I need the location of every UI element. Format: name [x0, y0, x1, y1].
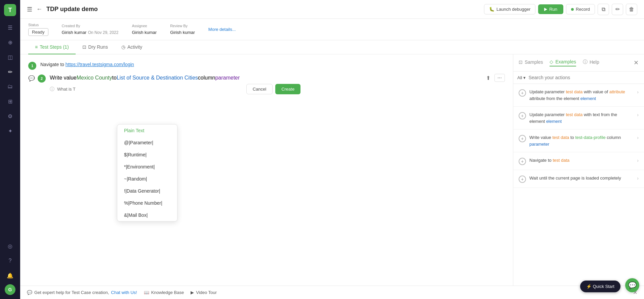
step2-highlight3: parameter — [215, 75, 240, 81]
dropdown-item-runtime[interactable]: $|Runtime| — [117, 149, 177, 161]
search-area: All ▾ — [513, 71, 644, 84]
step-row-1: 1 Navigate to https://travel.testsigma.c… — [28, 61, 505, 70]
step-content-1: Navigate to https://travel.testsigma.com… — [40, 61, 505, 68]
chat-bubble-icon: 💬 — [628, 281, 637, 289]
add-action-5-button[interactable]: + — [519, 176, 526, 183]
created-by-item: Created By Girish kumar On Nov 29, 2022 — [62, 24, 119, 35]
app-logo[interactable]: T — [4, 4, 16, 16]
delete-button[interactable]: 🗑 — [626, 4, 637, 15]
action-item-1[interactable]: + Update parameter test data with value … — [513, 84, 644, 107]
add-action-1-button[interactable]: + — [519, 89, 526, 97]
record-button[interactable]: Record — [566, 4, 595, 14]
comment-icon-wrapper: 💬 — [28, 75, 35, 82]
step1-link[interactable]: https://travel.testsigma.com/login — [66, 62, 134, 67]
dropdown-item-environment[interactable]: *|Environment| — [117, 161, 177, 173]
sidebar-star-icon[interactable]: ✦ — [4, 125, 16, 137]
status-item: Status Ready — [28, 23, 48, 36]
step2-highlight1: Mexico County — [77, 75, 112, 81]
add-action-3-button[interactable]: + — [519, 135, 526, 142]
right-panel: ⊡ Samples ◇ Examples ⓘ Help ✕ All ▾ — [513, 54, 644, 286]
run-button[interactable]: Run — [538, 4, 563, 14]
step1-prefix: Navigate to — [40, 62, 64, 67]
header-actions: 🐛 Launch debugger Run Record ⧉ ✏ 🗑 — [484, 4, 637, 15]
sidebar-menu-icon[interactable]: ☰ — [4, 21, 16, 34]
record-dot-icon — [571, 8, 574, 11]
sidebar-grid-icon[interactable]: ⊞ — [4, 95, 16, 107]
right-panel-tab-samples[interactable]: ⊡ Samples — [519, 59, 543, 66]
tab-bar: ≡ Test Steps (1) ⊡ Dry Runs ◷ Activity — [20, 40, 644, 54]
chat-link[interactable]: Chat with Us! — [111, 290, 137, 295]
action-chevron-2: › — [637, 112, 639, 117]
add-action-2-button[interactable]: + — [519, 112, 526, 119]
tab-dry-runs[interactable]: ⊡ Dry Runs — [76, 40, 115, 54]
sidebar-cases-icon[interactable]: 🗂 — [4, 81, 16, 93]
sidebar-test-icon[interactable]: ✏ — [4, 66, 16, 78]
live-chat-button[interactable]: 💬 — [625, 278, 639, 292]
dropdown-item-data-generator[interactable]: !|Data Generator| — [117, 185, 177, 197]
help-icon: ⓘ — [50, 86, 54, 92]
dropdown-item-phone-number[interactable]: %|Phone Number| — [117, 197, 177, 209]
status-badge: Ready — [28, 28, 48, 36]
hamburger-button[interactable]: ☰ — [27, 6, 32, 13]
assignee-label: Assignee — [132, 24, 157, 28]
launch-debugger-button[interactable]: 🐛 Launch debugger — [484, 4, 535, 14]
step2-header: Write value Mexico County to List of Sou… — [50, 74, 505, 82]
assignee-item: Assignee Girish kumar — [132, 24, 157, 35]
tab-activity[interactable]: ◷ Activity — [115, 40, 149, 54]
upload-button[interactable]: ⬆ — [485, 74, 492, 82]
what-type-row: ⓘ What is T Plain Text @|Parameter| $|Ru… — [50, 84, 505, 94]
more-options-button[interactable]: ··· — [494, 74, 505, 82]
status-label: Status — [28, 23, 48, 27]
samples-icon: ⊡ — [519, 59, 523, 65]
tab-test-steps[interactable]: ≡ Test Steps (1) — [28, 40, 76, 54]
right-panel-header: ⊡ Samples ◇ Examples ⓘ Help ✕ — [513, 54, 644, 71]
action-chevron-4: › — [637, 158, 639, 163]
video-icon: ▶ — [191, 290, 194, 295]
examples-icon: ◇ — [550, 59, 553, 64]
bottom-help-item: 💬 Get expert help for Test Case creation… — [27, 290, 137, 295]
sidebar-circle-icon[interactable]: ◎ — [4, 240, 16, 252]
edit-button[interactable]: ✏ — [612, 4, 623, 15]
sidebar-help-icon[interactable]: ? — [4, 255, 16, 267]
created-by-name: Girish kumar — [62, 30, 87, 35]
right-panel-tab-examples[interactable]: ◇ Examples — [550, 59, 576, 66]
right-panel-close-button[interactable]: ✕ — [634, 59, 639, 66]
filter-select[interactable]: All ▾ — [517, 75, 526, 80]
action-list: + Update parameter test data with value … — [513, 84, 644, 286]
action-item-4[interactable]: + Navigate to test data › — [513, 152, 644, 170]
bug-icon: 🐛 — [489, 7, 494, 12]
bottom-bar: 💬 Get expert help for Test Case creation… — [20, 286, 644, 299]
sidebar-settings-icon[interactable]: ⚙ — [4, 110, 16, 122]
dropdown-item-plain-text[interactable]: Plain Text — [117, 124, 177, 137]
action-item-3[interactable]: + Write value test data to test-data-pro… — [513, 130, 644, 152]
more-details-link[interactable]: More details... — [208, 27, 236, 32]
back-button[interactable]: ← — [36, 6, 42, 13]
what-type-label: What is T — [57, 87, 76, 92]
sidebar-home-icon[interactable]: ⊕ — [4, 36, 16, 48]
created-by-date: On Nov 29, 2022 — [88, 30, 119, 35]
chat-icon: 💬 — [27, 290, 32, 295]
step2-highlight2: List of Source & Destination Cities — [117, 75, 198, 81]
search-input[interactable] — [528, 75, 640, 80]
user-avatar[interactable]: G — [5, 284, 15, 295]
action-item-5[interactable]: + Wait until the current page is loaded … — [513, 170, 644, 188]
dry-runs-icon: ⊡ — [82, 44, 86, 50]
add-action-4-button[interactable]: + — [519, 158, 526, 165]
created-by-label: Created By — [62, 24, 119, 28]
create-button[interactable]: Create — [275, 84, 300, 94]
sidebar-dashboard-icon[interactable]: ◫ — [4, 51, 16, 63]
review-by-name: Girish kumar — [170, 30, 195, 35]
cancel-button[interactable]: Cancel — [246, 84, 273, 94]
sidebar-notification-icon[interactable]: 🔔 — [4, 269, 16, 282]
copy-button[interactable]: ⧉ — [598, 4, 609, 15]
quick-start-button[interactable]: ⚡ Quick Start — [580, 281, 620, 292]
dropdown-item-parameter[interactable]: @|Parameter| — [117, 137, 177, 149]
action-item-2[interactable]: + Update parameter test data with text f… — [513, 107, 644, 130]
dropdown-item-random[interactable]: ~|Random| — [117, 173, 177, 185]
dropdown-item-mail-box[interactable]: &|Mail Box| — [117, 209, 177, 221]
right-panel-tab-help[interactable]: ⓘ Help — [583, 59, 599, 66]
step-row-2: 💬 2 Write value Mexico County to List of… — [28, 74, 505, 94]
status-bar: Status Ready Created By Girish kumar On … — [20, 19, 644, 40]
bottom-knowledge-item: 📖 Knowledge Base — [144, 290, 184, 295]
comment-icon: 💬 — [28, 76, 35, 81]
